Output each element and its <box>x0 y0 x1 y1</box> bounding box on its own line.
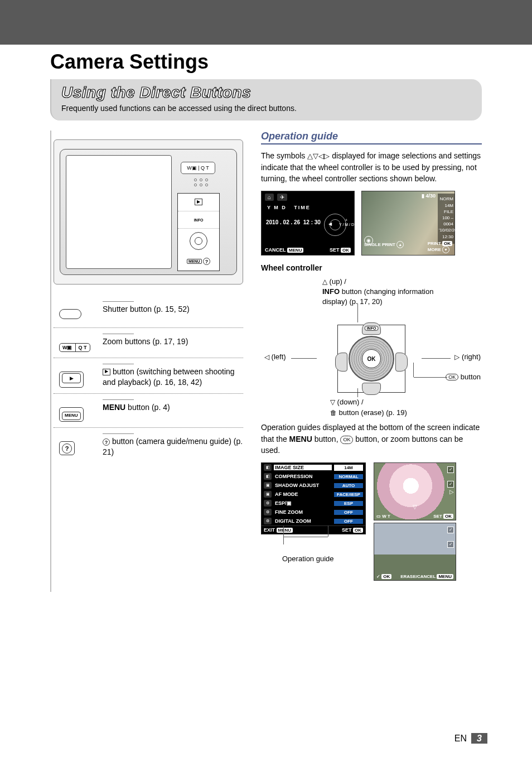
operation-guide-intro: The symbols △▽◁▷ displayed for image sel… <box>261 150 482 184</box>
wheel-left-label: ◁ (left) <box>264 353 286 361</box>
thumbnail-rose: ▷ ▽ ✓✓ ▭ W T SET OK <box>374 462 456 520</box>
list-item: Shutter button (p. 15, 52) <box>54 296 243 327</box>
help-icon: ? <box>103 438 110 446</box>
header-bar <box>0 0 532 45</box>
date-time-screen: ⌂✈ Y M D TIME 2010 . 02 . 26 12 : 30 +– … <box>261 191 355 255</box>
check-icon: ✓ <box>447 481 454 488</box>
check-icon: ✓ <box>447 466 454 473</box>
button-desc: Shutter button (p. 15, 52) <box>103 305 190 314</box>
button-desc: button (p. 4) <box>125 403 170 412</box>
down-arrow-icon: ▽ <box>413 504 417 510</box>
globe-icon: ✈ <box>277 194 287 201</box>
list-item: W▣Q T Zoom buttons (p. 17, 19) <box>54 327 243 358</box>
info-tag: INFO <box>365 326 379 331</box>
page-footer: EN3 <box>454 734 487 744</box>
wheel-left-button <box>335 353 347 372</box>
home-icon: ⌂ <box>265 194 274 201</box>
wheel-down-label: ▽ (down) / 🗑 button (erase) (p. 19) <box>330 397 442 417</box>
wheel-ok-label: OK button <box>446 373 481 381</box>
wheel-right-button <box>395 353 408 372</box>
button-desc: button (switching between shooting and p… <box>103 367 235 387</box>
list-item: ? ? button (camera guide/menu guide) (p.… <box>54 427 243 463</box>
camera-diagram: W▣ | Q T INFO MENU ? <box>54 139 243 285</box>
check-icon: ✓ <box>447 541 454 548</box>
playback-icon <box>103 369 110 375</box>
zoom-icon: W▣Q T <box>59 343 90 352</box>
check-icon: ✓ <box>447 527 454 533</box>
list-item: button (switching between shooting and p… <box>54 358 243 393</box>
shutter-icon <box>59 309 81 319</box>
wheel-illustration-small <box>190 232 207 250</box>
thumbnail-landscape: ✓✓ ✓ OK ERASE/CANCEL MENU <box>374 523 456 581</box>
help-icon: ? <box>62 443 72 454</box>
section-title: Using the Direct Buttons <box>61 84 472 102</box>
button-desc: button (camera guide/menu guide) (p. 21) <box>103 437 243 456</box>
page-title: Camera Settings <box>50 50 482 74</box>
wheel-controller-diagram: △ (up) / INFO button (changing informati… <box>261 277 482 416</box>
zoom-rocker-illustration: W▣ | Q T <box>181 162 215 174</box>
playback-screen: ▮ 4/30 NORM 14M FILE 100 – 0004 '10/02/2… <box>361 191 455 255</box>
wheel-right-label: ▷ (right) <box>454 353 481 361</box>
menu-icon: MENU <box>62 412 81 420</box>
camera-icon: ◧ <box>264 464 272 471</box>
wheel-up-label: △ (up) / INFO button (changing informati… <box>322 277 439 306</box>
list-item: MENU MENU button (p. 4) <box>54 393 243 427</box>
operation-guide-caption: Operation guide <box>282 555 366 563</box>
operation-guide-heading: Operation guide <box>261 131 482 144</box>
operation-guide-mid-text: Operation guides displayed at the bottom… <box>261 422 482 456</box>
wheel-ok-button: OK <box>362 349 381 368</box>
right-arrow-icon: ▷ <box>449 489 454 495</box>
section-subtitle: Frequently used functions can be accesse… <box>61 104 472 113</box>
button-desc: Zoom buttons (p. 17, 19) <box>103 337 188 346</box>
playback-icon <box>195 199 202 205</box>
trash-icon: 🗑 <box>330 409 337 417</box>
playback-icon <box>62 373 81 383</box>
direct-buttons-list: Shutter button (p. 15, 52) W▣Q T Zoom bu… <box>54 296 243 463</box>
section-banner: Using the Direct Buttons Frequently used… <box>50 79 482 120</box>
wheel-controller-heading: Wheel controller <box>261 263 482 272</box>
menu-screen: ◧IMAGE SIZE14M ◧COMPRESSIONNORMAL ▣SHADO… <box>261 462 366 534</box>
wheel-down-button <box>362 383 381 395</box>
